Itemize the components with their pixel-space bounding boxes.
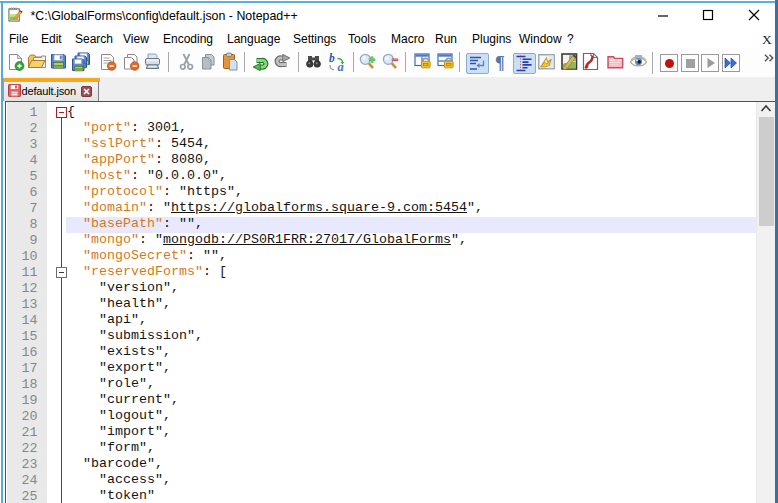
svg-text:b: b (329, 52, 335, 64)
